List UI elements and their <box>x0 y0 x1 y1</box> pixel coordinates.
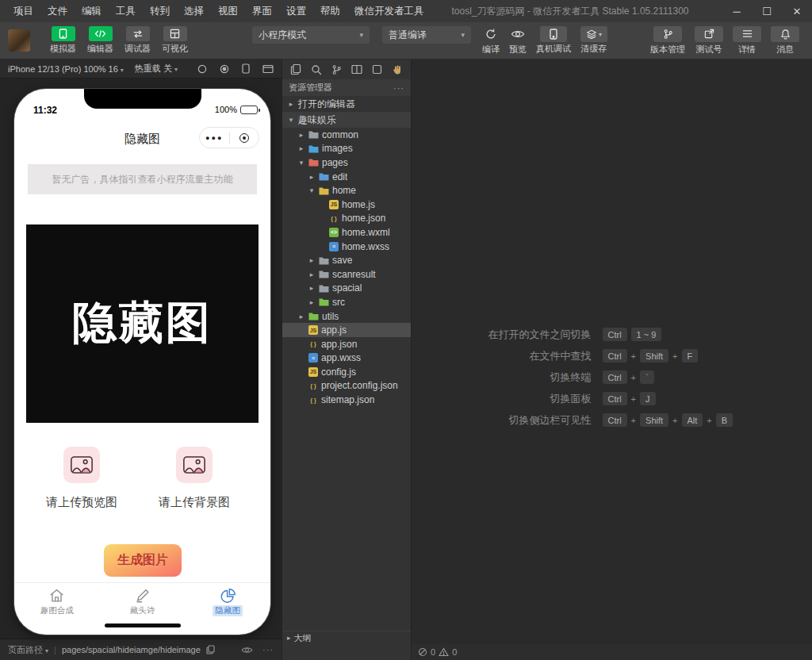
more-dots-icon[interactable]: ··· <box>393 83 404 93</box>
image-upload-icon <box>181 451 208 478</box>
tree-item-app.wxss[interactable]: ≡app.wxss <box>282 351 411 366</box>
project-root[interactable]: ▾ 趣味娱乐 <box>282 112 411 128</box>
battery-percent: 100% <box>215 105 237 114</box>
split-view-icon[interactable] <box>351 64 362 75</box>
maximize-button[interactable]: ☐ <box>752 0 782 22</box>
chevron-right-icon: ▸ <box>297 144 305 152</box>
hand-icon[interactable] <box>392 64 403 75</box>
minimize-button[interactable]: ─ <box>722 0 752 22</box>
mode-dropdown[interactable]: 小程序模式 ▾ <box>252 26 370 44</box>
action-label: 真机调试 <box>536 43 571 55</box>
tree-item-common[interactable]: ▸common <box>282 128 411 142</box>
toggle-simulator[interactable]: 模拟器 <box>50 26 76 55</box>
avatar[interactable] <box>8 29 30 52</box>
git-icon[interactable] <box>331 64 342 75</box>
compile-mode-dropdown[interactable]: 普通编译 ▾ <box>382 26 471 44</box>
tree-item-pages[interactable]: ▾pages <box>282 155 411 170</box>
menu-工具[interactable]: 工具 <box>109 0 143 22</box>
details-button[interactable]: 详情 <box>733 26 761 56</box>
messages-button[interactable]: 消息 <box>771 26 799 56</box>
tree-item-config.js[interactable]: JSconfig.js <box>282 365 411 379</box>
tree-item-spacial[interactable]: ▸spacial <box>282 282 411 296</box>
hot-reload-toggle[interactable]: 热重载 关▾ <box>135 63 178 75</box>
close-circle-icon[interactable] <box>230 133 259 143</box>
tree-item-app.json[interactable]: { }app.json <box>282 337 411 351</box>
chevron-down-icon: ▾ <box>297 159 305 167</box>
test-account-button[interactable]: 测试号 <box>695 26 723 56</box>
page-path-dropdown[interactable]: 页面路径 ▾ <box>8 644 48 656</box>
menu-项目[interactable]: 项目 <box>6 0 40 22</box>
folder-icon <box>308 144 319 153</box>
tree-item-label: pages <box>322 157 348 168</box>
menu-编辑[interactable]: 编辑 <box>75 0 109 22</box>
rotate-icon[interactable] <box>197 64 207 74</box>
outline-section[interactable]: ▸ 大纲 <box>282 631 411 644</box>
tree-item-scanresult[interactable]: ▸scanresult <box>282 267 411 282</box>
open-editors-section[interactable]: ▸ 打开的编辑器 <box>282 96 411 112</box>
tab-quitu-hecheng[interactable]: 趣图合成 <box>14 583 100 620</box>
generate-image-button[interactable]: 生成图片 <box>104 544 182 577</box>
menu-设置[interactable]: 设置 <box>279 0 313 22</box>
keycap: ` <box>640 370 654 384</box>
menu-界面[interactable]: 界面 <box>245 0 279 22</box>
tree-item-home[interactable]: ▾home <box>282 183 411 198</box>
tree-item-home.wxss[interactable]: ≡home.wxss <box>282 240 411 254</box>
device-selector[interactable]: iPhone 12/13 (Pro) 100% 16▾ <box>8 64 124 74</box>
close-button[interactable]: ✕ <box>782 0 812 22</box>
files-icon[interactable] <box>290 63 301 75</box>
menu-选择[interactable]: 选择 <box>177 0 211 22</box>
upload-background-button[interactable] <box>176 447 213 483</box>
shortcut-row: 切换侧边栏可见性Ctrl+Shift+Alt+B <box>423 413 801 428</box>
tree-item-utils[interactable]: ▸utils <box>282 309 411 324</box>
wechat-devtools-window: 项目文件编辑工具转到选择视图界面设置帮助微信开发者工具 toosl_刀客源码网 … <box>0 0 812 660</box>
toggle-visualize[interactable]: 可视化 <box>162 26 188 55</box>
menu-转到[interactable]: 转到 <box>143 0 177 22</box>
chevron-right-icon: ▸ <box>297 313 305 320</box>
problems-statusbar[interactable]: 0 0 <box>412 644 812 660</box>
mode-dropdown-value: 小程序模式 <box>259 29 306 42</box>
folder-icon <box>308 312 319 320</box>
tree-item-src[interactable]: ▸src <box>282 295 411 309</box>
device-debug-button[interactable]: 真机调试 <box>536 26 571 55</box>
tree-item-label: project.config.json <box>321 380 398 391</box>
tree-item-sitemap.json[interactable]: { }sitemap.json <box>282 393 411 407</box>
more-dots-icon[interactable]: ●●● <box>200 134 229 142</box>
tab-yincangtu[interactable]: 隐藏图 <box>185 583 270 620</box>
toggle-label: 调试器 <box>124 43 151 55</box>
tree-item-save[interactable]: ▸save <box>282 253 411 267</box>
search-icon[interactable] <box>311 64 322 75</box>
toggle-editor[interactable]: 编辑器 <box>87 26 113 55</box>
menu-视图[interactable]: 视图 <box>211 0 245 22</box>
menu-帮助[interactable]: 帮助 <box>313 0 347 22</box>
tree-item-edit[interactable]: ▸edit <box>282 170 411 184</box>
upload-preview-button[interactable] <box>63 447 100 483</box>
tree-item-project.config.json[interactable]: { }project.config.json <box>282 379 411 393</box>
menu-微信开发者工具[interactable]: 微信开发者工具 <box>347 0 431 22</box>
box-icon[interactable] <box>372 64 382 75</box>
tree-item-app.js[interactable]: JSapp.js <box>282 323 411 337</box>
toggle-debugger[interactable]: 调试器 <box>124 26 151 55</box>
tree-item-images[interactable]: ▸images <box>282 142 411 156</box>
window-title: toosl_刀客源码网 - 微信开发者工具 Stable 1.05.211130… <box>452 5 689 18</box>
folder-icon <box>308 158 319 167</box>
eye-icon[interactable] <box>241 646 253 654</box>
compile-button[interactable]: 编译 <box>482 25 500 56</box>
tree-item-home.json[interactable]: { }home.json <box>282 212 411 226</box>
tree-item-home.js[interactable]: JShome.js <box>282 198 411 212</box>
preview-button[interactable]: 预览 <box>509 25 527 56</box>
tab-cangtoushi[interactable]: 藏头诗 <box>100 583 186 620</box>
tree-item-home.wxml[interactable]: <>home.wxml <box>282 225 411 240</box>
home-indicator <box>105 624 181 627</box>
more-dots-icon[interactable]: ··· <box>262 645 274 654</box>
explorer-panel: 资源管理器 ··· ▸ 打开的编辑器 ▾ 趣味娱乐 ▸common▸images… <box>282 59 411 660</box>
clear-cache-button[interactable]: ▾ 清缓存 <box>580 26 607 55</box>
wxss-file-icon: ≡ <box>308 353 318 363</box>
version-control-button[interactable]: 版本管理 <box>650 26 685 56</box>
phone-view-icon[interactable] <box>242 63 250 74</box>
copy-icon[interactable] <box>206 645 215 654</box>
shortcut-row: 在文件中查找Ctrl+Shift+F <box>423 349 801 363</box>
record-icon[interactable] <box>220 64 229 74</box>
menu-文件[interactable]: 文件 <box>40 0 75 22</box>
keycap: Shift <box>640 349 668 363</box>
window-view-icon[interactable] <box>262 64 274 74</box>
